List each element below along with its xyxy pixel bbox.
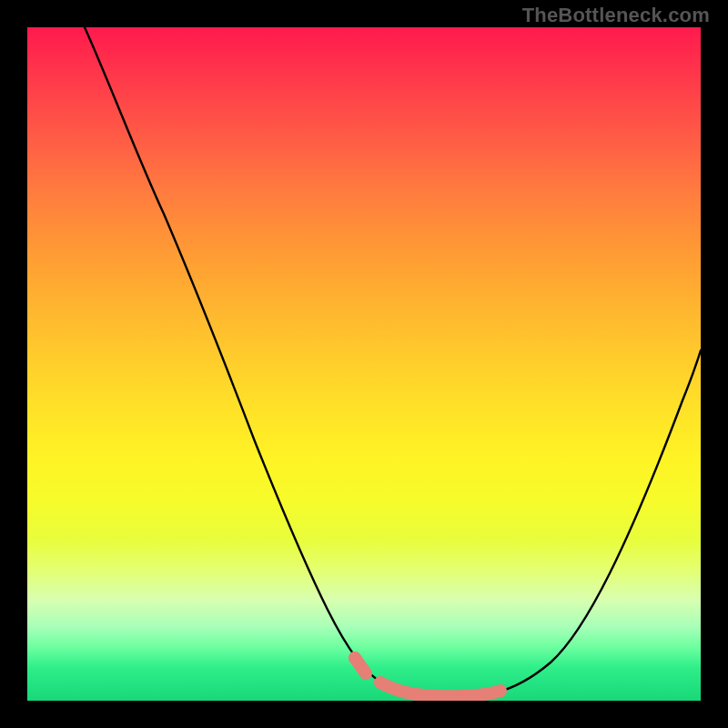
watermark-text: TheBottleneck.com: [522, 4, 710, 27]
curve-svg: [27, 27, 701, 701]
plot-area: [27, 27, 701, 701]
bottleneck-curve: [85, 27, 701, 696]
optimal-zone-dot-left: [349, 652, 361, 664]
optimal-zone-dot-right: [494, 684, 507, 697]
optimal-zone-highlight: [380, 682, 499, 696]
chart-container: TheBottleneck.com: [0, 0, 728, 728]
